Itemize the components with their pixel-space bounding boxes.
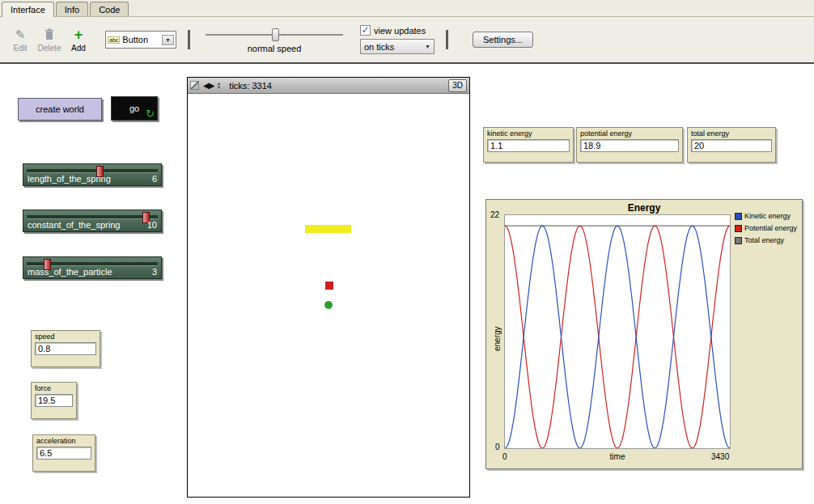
view-updates-checkbox[interactable]: ✓	[360, 25, 371, 36]
delete-button-label: Delete	[38, 44, 61, 53]
legend-swatch	[735, 237, 742, 244]
view-updates-block: ✓ view updates on ticks ▼	[360, 25, 435, 54]
series-line	[505, 226, 730, 448]
settings-button[interactable]: Settings...	[473, 32, 533, 48]
toolbar-separator	[446, 30, 448, 49]
monitor-label: force	[35, 384, 73, 392]
view-size-spinner-icon[interactable]: ▲▼	[216, 82, 221, 90]
tab-bar: Interface Info Code	[0, 0, 814, 17]
plot-legend: Kinetic energyPotential energyTotal ener…	[735, 212, 797, 248]
monitor-acceleration: acceleration 6.5	[32, 434, 95, 472]
monitor-kinetic-energy: kinetic energy 1.1	[483, 127, 574, 163]
widget-type-value: Button	[122, 35, 162, 44]
plot-canvas	[505, 215, 730, 448]
y-axis-min-label: 0	[495, 443, 500, 451]
world-view: ◀▶ ▲▼ ticks: 3314 3D	[187, 77, 470, 498]
monitor-value: 20	[691, 139, 772, 152]
green-dot-particle	[324, 301, 333, 309]
x-axis-title: time	[504, 452, 731, 461]
slider-label: length_of_the_spring	[28, 174, 111, 184]
world-canvas[interactable]	[188, 94, 469, 496]
y-axis-title: energy	[493, 326, 502, 351]
slider-mass-of-the-particle[interactable]: mass_of_the_particle 3	[23, 256, 162, 279]
monitor-force: force 19.5	[31, 382, 77, 419]
speed-slider-thumb[interactable]	[272, 28, 279, 41]
speed-slider-label: normal speed	[248, 44, 302, 53]
interface-workspace: create world go ↻ length_of_the_spring 6…	[0, 64, 814, 502]
legend-label: Potential energy	[744, 224, 797, 232]
speed-slider[interactable]	[206, 27, 343, 43]
widget-type-chooser[interactable]: abc Button ▼	[105, 31, 176, 49]
monitor-label: total energy	[691, 129, 772, 138]
slider-track	[27, 215, 158, 219]
go-button-label: go	[129, 104, 139, 113]
monitor-value: 1.1	[487, 139, 570, 152]
trash-icon	[45, 28, 54, 42]
y-axis-max-label: 22	[490, 210, 499, 219]
slider-value: 10	[147, 220, 157, 230]
view-3d-button[interactable]: 3D	[448, 79, 467, 92]
add-button-label: Add	[71, 44, 86, 53]
monitor-total-energy: total energy 20	[687, 127, 776, 163]
speed-slider-block: normal speed	[201, 27, 347, 53]
slider-label: mass_of_the_particle	[28, 267, 112, 277]
series-line	[505, 226, 730, 448]
update-mode-dropdown[interactable]: on ticks ▼	[360, 39, 435, 54]
chevron-down-icon: ▼	[425, 44, 430, 49]
edit-pencil-icon: ✎	[15, 28, 26, 42]
slider-label: constant_of_the_spring	[28, 220, 120, 230]
energy-plot: Energy 22 0 energy 0 time 3430 Kinetic e…	[485, 199, 803, 469]
monitor-speed: speed 0.8	[31, 330, 100, 367]
yellow-anchor-bar	[305, 225, 351, 233]
toolbar: ✎ Edit Delete + Add abc Button ▼ normal …	[0, 17, 814, 64]
legend-item: Total energy	[735, 236, 797, 244]
chevron-down-icon: ▼	[162, 35, 174, 45]
monitor-value: 18.9	[580, 139, 679, 152]
world-view-header: ◀▶ ▲▼ ticks: 3314 3D	[188, 78, 469, 94]
tab-info[interactable]: Info	[56, 2, 88, 16]
monitor-value: 6.5	[36, 447, 91, 460]
monitor-label: kinetic energy	[487, 129, 570, 138]
netlogo-window: Interface Info Code ✎ Edit Delete + Add …	[0, 0, 814, 504]
abc-icon: abc	[108, 36, 120, 44]
edit-button[interactable]: ✎ Edit	[6, 21, 34, 58]
legend-swatch	[735, 225, 742, 232]
red-square-particle	[325, 282, 333, 290]
legend-item: Kinetic energy	[735, 212, 797, 220]
go-button[interactable]: go ↻	[111, 96, 158, 121]
edit-button-label: Edit	[13, 44, 27, 53]
slider-value: 3	[152, 267, 157, 277]
view-resize-icon[interactable]	[190, 81, 199, 90]
toolbar-separator	[188, 30, 190, 49]
monitor-value: 0.8	[35, 342, 96, 355]
create-world-button[interactable]: create world	[18, 98, 102, 121]
plot-area	[504, 214, 731, 449]
monitor-label: acceleration	[36, 437, 91, 445]
slider-length-of-the-spring[interactable]: length_of_the_spring 6	[23, 163, 162, 186]
speed-arrows-icon[interactable]: ◀▶	[203, 81, 214, 90]
slider-constant-of-the-spring[interactable]: constant_of_the_spring 10	[23, 210, 162, 232]
update-mode-value: on ticks	[364, 42, 394, 52]
legend-label: Kinetic energy	[744, 212, 791, 220]
ticks-counter: ticks: 3314	[229, 81, 272, 91]
monitor-value: 19.5	[35, 394, 73, 407]
slider-track	[27, 169, 158, 173]
monitor-potential-energy: potential energy 18.9	[576, 127, 683, 163]
monitor-label: potential energy	[580, 129, 679, 138]
monitor-label: speed	[35, 332, 96, 341]
tab-code[interactable]: Code	[90, 2, 129, 16]
plus-icon: +	[74, 28, 83, 42]
legend-label: Total energy	[744, 236, 784, 244]
add-widget-button[interactable]: + Add	[65, 21, 92, 58]
view-updates-label: view updates	[374, 26, 426, 36]
legend-swatch	[735, 213, 742, 220]
forever-icon: ↻	[146, 108, 155, 120]
tab-interface[interactable]: Interface	[2, 2, 54, 17]
legend-item: Potential energy	[735, 224, 797, 232]
x-axis-max-label: 3430	[711, 452, 729, 461]
delete-button[interactable]: Delete	[36, 21, 63, 58]
slider-value: 6	[152, 174, 157, 184]
